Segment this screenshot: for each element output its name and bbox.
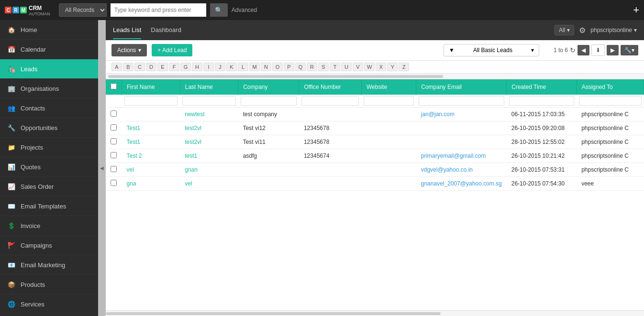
alpha-btn-f[interactable]: F [169,63,179,71]
refresh-icon[interactable]: ↻ [570,46,576,54]
alpha-btn-b[interactable]: B [123,63,133,71]
alpha-btn-m[interactable]: M [249,63,260,71]
export-button[interactable]: ⬇ [591,44,605,56]
alpha-btn-c[interactable]: C [134,63,145,71]
col-first-name[interactable]: First Name [122,79,180,95]
filter-last-name[interactable] [182,96,235,106]
col-created-time[interactable]: Created Time [507,79,577,95]
filter-website[interactable] [364,96,413,106]
sidebar-item-home[interactable]: 🏠 Home [0,20,98,40]
sidebar-item-leads[interactable]: 🛍️ Leads [0,59,98,79]
alpha-btn-p[interactable]: P [284,63,294,71]
alpha-btn-s[interactable]: S [318,63,329,71]
filter-dropdown[interactable]: ▼ All Basic Leads ▾ [444,44,539,56]
alpha-btn-y[interactable]: Y [387,63,398,71]
alpha-btn-t[interactable]: T [330,63,340,71]
scroll-thumb-top[interactable] [108,75,443,78]
alpha-btn-z[interactable]: Z [399,63,409,71]
sidebar-item-invoice[interactable]: 💲 Invoice [0,216,98,236]
alpha-btn-n[interactable]: N [261,63,271,71]
cell-email[interactable] [416,121,507,135]
alpha-btn-w[interactable]: W [364,63,375,71]
add-button[interactable]: + [633,4,639,16]
select-all-checkbox[interactable] [111,83,117,89]
sidebar-item-contacts[interactable]: 👥 Contacts [0,98,98,118]
filter-office-number[interactable] [301,96,359,106]
row-checkbox[interactable] [111,180,117,186]
cell-last-name[interactable]: test2vl [180,135,238,149]
filter-first-name[interactable] [124,96,178,106]
tab-leads-list[interactable]: Leads List [113,22,141,39]
alpha-btn-q[interactable]: Q [295,63,306,71]
col-office-number[interactable]: Office Number [299,79,362,95]
alpha-btn-v[interactable]: V [353,63,363,71]
col-assigned-to[interactable]: Assigned To [577,79,644,95]
scroll-thumb-bottom[interactable] [106,312,441,315]
sidebar-item-email-marketing[interactable]: 📧 Email Marketing [0,255,98,275]
table-row: Test 2 test1 asdfg 12345674 primaryemail… [106,149,644,163]
cell-email[interactable]: jan@jan.com [416,108,507,121]
user-dropdown[interactable]: phpscriptsonline ▾ [590,27,637,33]
row-checkbox[interactable] [111,152,117,158]
tab-dashboard[interactable]: Dashboard [151,22,181,39]
cell-last-name[interactable]: vel [180,177,238,191]
cell-last-name[interactable]: newtest [180,108,238,121]
alpha-btn-h[interactable]: H [192,63,202,71]
col-company[interactable]: Company [238,79,299,95]
cell-email[interactable] [416,135,507,149]
sidebar-item-email-templates[interactable]: ✉️ Email Templates [0,196,98,216]
cell-last-name[interactable]: gnan [180,163,238,177]
sidebar-toggle[interactable]: ◀ [98,20,106,316]
top-bar: C R M CRM AUTOMAN All Records 🔍 Advanced… [0,0,644,20]
alpha-btn-l[interactable]: L [238,63,248,71]
alpha-btn-i[interactable]: I [203,63,214,71]
search-button[interactable]: 🔍 [210,3,228,17]
cell-email[interactable]: vdgvel@yahoo.co.in [416,163,507,177]
next-page-button[interactable]: ▶ [607,45,619,55]
alpha-btn-e[interactable]: E [157,63,168,71]
filter-assigned-to[interactable] [579,96,641,106]
filter-company-email[interactable] [419,96,504,106]
search-input[interactable] [111,3,206,17]
sidebar-item-sales-order[interactable]: 📈 Sales Order [0,177,98,196]
alpha-btn-u[interactable]: U [341,63,352,71]
alpha-btn-d[interactable]: D [146,63,156,71]
alpha-btn-r[interactable]: R [307,63,317,71]
cell-last-name[interactable]: test1 [180,149,238,163]
record-type-select[interactable]: All Records [59,3,107,17]
sidebar-item-calendar[interactable]: 📅 Calendar [0,40,98,59]
cell-email[interactable]: gnanavel_2007@yahoo.com.sg [416,177,507,191]
cell-last-name[interactable]: test2vl [180,121,238,135]
row-checkbox[interactable] [111,110,117,117]
sidebar-item-organisations[interactable]: 🏢 Organisations [0,79,98,98]
all-dropdown[interactable]: All ▾ [555,25,574,35]
alpha-btn-g[interactable]: G [180,63,191,71]
sidebar-item-quotes[interactable]: 📊 Quotes [0,157,98,177]
gear-icon[interactable]: ⚙ [579,26,586,35]
settings-button[interactable]: 🔧▾ [621,45,638,55]
sidebar-item-campaigns[interactable]: 🚩 Campaigns [0,236,98,255]
filter-created-time[interactable] [509,96,574,106]
table-area[interactable]: First Name Last Name Company Office Numb… [106,79,644,310]
sidebar-item-services[interactable]: 🌐 Services [0,294,98,314]
alpha-btn-a[interactable]: A [111,63,122,71]
alpha-btn-x[interactable]: X [376,63,386,71]
alpha-btn-j[interactable]: J [215,63,225,71]
col-company-email[interactable]: Company Email [416,79,507,95]
alpha-btn-k[interactable]: K [226,63,237,71]
actions-button[interactable]: Actions ▾ [111,44,147,56]
row-checkbox[interactable] [111,166,117,172]
prev-page-button[interactable]: ◀ [577,45,589,55]
filter-company[interactable] [241,96,297,106]
cell-email[interactable]: primaryemail@gmail.com [416,149,507,163]
row-checkbox[interactable] [111,138,117,144]
add-lead-button[interactable]: + Add Lead [152,44,192,56]
col-website[interactable]: Website [361,79,416,95]
col-last-name[interactable]: Last Name [180,79,238,95]
alpha-btn-o[interactable]: O [272,63,283,71]
sidebar-item-projects[interactable]: 📁 Projects [0,138,98,157]
row-checkbox[interactable] [111,124,117,131]
sidebar-item-products[interactable]: 📦 Products [0,275,98,294]
advanced-link[interactable]: Advanced [232,7,257,13]
sidebar-item-opportunities[interactable]: 🔧 Opportunities [0,118,98,138]
